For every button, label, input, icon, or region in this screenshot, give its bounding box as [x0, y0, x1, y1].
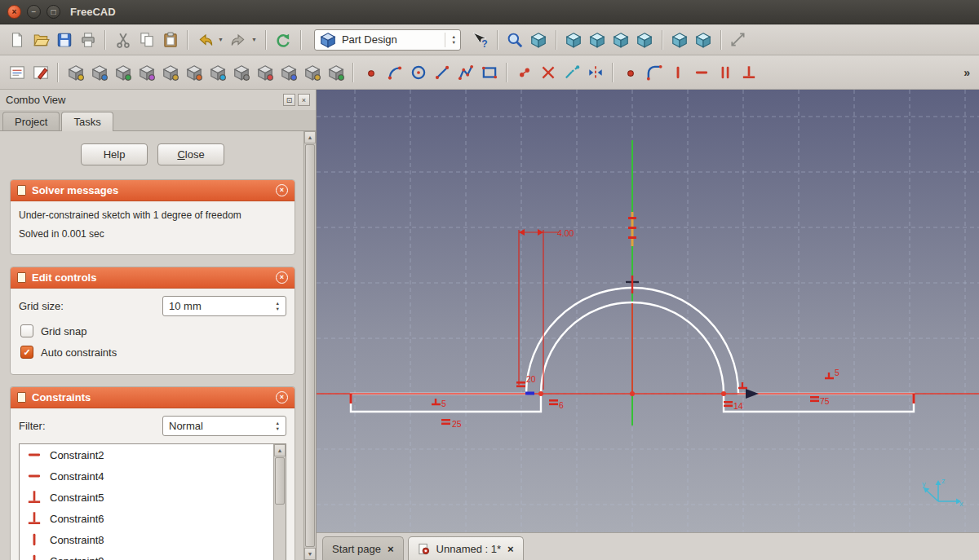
revolution-icon[interactable]	[112, 61, 134, 83]
tab-start-page[interactable]: Start page ×	[322, 536, 404, 560]
constraint-list-item[interactable]: Constraint5	[20, 487, 273, 508]
collapse-section-icon[interactable]: ×	[276, 184, 288, 196]
mirrored-icon[interactable]	[254, 61, 276, 83]
constraint-list-scrollbar[interactable]: ▲	[273, 444, 286, 560]
scroll-down-icon[interactable]: ▼	[304, 548, 316, 560]
scroll-up-icon[interactable]: ▲	[304, 131, 316, 143]
front-view-icon[interactable]	[563, 29, 585, 51]
pocket-icon[interactable]	[88, 61, 110, 83]
solver-messages-header[interactable]: Solver messages ×	[11, 180, 295, 201]
constraint-list-item[interactable]: Constraint6	[20, 508, 273, 529]
chamfer-icon[interactable]	[183, 61, 205, 83]
scrollbar-thumb[interactable]	[305, 144, 315, 547]
draft-icon[interactable]	[206, 61, 228, 83]
thickness-icon[interactable]	[230, 61, 252, 83]
create-fillet-icon[interactable]	[643, 61, 665, 83]
workbench-selector[interactable]: Part Design▲▼	[314, 29, 461, 51]
point-icon[interactable]	[619, 61, 641, 83]
print-icon[interactable]	[77, 29, 99, 51]
scrollbar-thumb[interactable]	[275, 457, 285, 505]
help-button[interactable]: Help	[81, 143, 148, 165]
create-arc-icon[interactable]	[383, 61, 405, 83]
collapse-section-icon[interactable]: ×	[276, 271, 288, 284]
constraint-label: Constraint5	[50, 492, 104, 504]
groove-icon[interactable]	[135, 61, 157, 83]
right-view-icon[interactable]	[610, 29, 632, 51]
edit-sketch-icon[interactable]	[29, 61, 51, 83]
close-panel-icon[interactable]: ×	[298, 94, 310, 106]
redo-dropdown-caret-icon[interactable]: ▼	[251, 37, 257, 42]
constraint-horizontal-icon[interactable]	[690, 61, 712, 83]
create-sketch-icon[interactable]	[6, 61, 28, 83]
scroll-up-icon[interactable]: ▲	[274, 444, 286, 456]
constraint-list-item[interactable]: Constraint8	[20, 529, 273, 550]
axonometric-view-icon[interactable]	[528, 29, 550, 51]
whats-this-icon[interactable]: ?	[469, 29, 491, 51]
create-line-icon[interactable]	[431, 61, 453, 83]
trim-edge-icon[interactable]	[537, 61, 559, 83]
left-view-icon[interactable]	[693, 29, 715, 51]
bottom-view-icon[interactable]	[669, 29, 691, 51]
fillet-feature-icon[interactable]	[159, 61, 181, 83]
copy-icon[interactable]	[135, 29, 157, 51]
create-rectangle-icon[interactable]	[478, 61, 500, 83]
cut-icon[interactable]	[112, 29, 134, 51]
3d-viewport[interactable]: 4.0020525614755zyx	[317, 90, 979, 532]
constraint-list-item[interactable]: Constraint2	[20, 444, 273, 465]
constraint-list-item[interactable]: Constraint4	[20, 465, 273, 487]
undo-dropdown-caret-icon[interactable]: ▼	[218, 37, 224, 42]
redo-icon[interactable]	[228, 29, 250, 51]
grid-size-select[interactable]: 10 mm ▲▼	[162, 296, 286, 316]
tasks-panel-scrollbar[interactable]: ▲ ▼	[303, 131, 316, 560]
tab-tasks[interactable]: Tasks	[61, 112, 113, 131]
maximize-window-button[interactable]: □	[47, 5, 60, 19]
create-polyline-icon[interactable]	[454, 61, 476, 83]
constraint-parallel-icon[interactable]	[714, 61, 736, 83]
float-panel-icon[interactable]: ⊡	[283, 94, 295, 106]
new-document-icon[interactable]	[6, 29, 28, 51]
close-tab-icon[interactable]: ×	[507, 544, 514, 554]
save-document-icon[interactable]	[53, 29, 75, 51]
toolbar-separator	[720, 30, 722, 50]
solver-message-line: Under-constrained sketch with 1 degree o…	[19, 209, 286, 221]
fit-all-icon[interactable]	[504, 29, 526, 51]
tab-unnamed-document[interactable]: Unnamed : 1* ×	[408, 536, 524, 560]
constraint-symmetric-icon[interactable]	[584, 61, 606, 83]
spinner-icon[interactable]: ▲▼	[271, 302, 280, 311]
collapse-section-icon[interactable]: ×	[276, 391, 288, 403]
close-task-button[interactable]: Close	[157, 143, 224, 165]
toolbar-partdesign-sketcher: »	[0, 55, 979, 90]
external-geometry-icon[interactable]	[560, 61, 583, 83]
close-window-button[interactable]: ×	[7, 5, 21, 19]
toolbar-overflow-button[interactable]: »	[960, 66, 973, 79]
spinner-icon[interactable]: ▲▼	[271, 421, 280, 431]
multi-transform-icon[interactable]	[325, 61, 347, 83]
linear-pattern-icon[interactable]	[277, 61, 299, 83]
open-document-icon[interactable]	[29, 29, 51, 51]
constraint-vertical-icon[interactable]	[667, 61, 689, 83]
refresh-icon[interactable]	[272, 29, 295, 51]
create-circle-icon[interactable]	[407, 61, 429, 83]
minimize-window-button[interactable]: −	[27, 5, 41, 19]
combo-view-title: Combo View	[6, 94, 65, 106]
constraint-label: Constraint2	[50, 449, 104, 461]
tab-project[interactable]: Project	[2, 112, 60, 130]
grid-snap-checkbox[interactable]	[20, 324, 33, 337]
workbench-spinner-icon[interactable]: ▲▼	[445, 33, 455, 47]
constraint-list-item[interactable]: Constraint9	[20, 550, 273, 560]
pad-icon[interactable]	[64, 61, 86, 83]
paste-icon[interactable]	[159, 29, 181, 51]
constraint-perpendicular-icon[interactable]	[738, 61, 760, 83]
constraints-header[interactable]: Constraints ×	[11, 387, 295, 408]
auto-constraints-checkbox[interactable]: ✓	[20, 346, 33, 359]
constraint-coincident-icon[interactable]	[513, 61, 535, 83]
polar-pattern-icon[interactable]	[301, 61, 323, 83]
undo-icon[interactable]	[194, 29, 216, 51]
edit-controls-header[interactable]: Edit controls ×	[11, 267, 295, 289]
create-point-icon[interactable]	[360, 61, 382, 83]
rear-view-icon[interactable]	[634, 29, 656, 51]
constraint-filter-select[interactable]: Normal ▲▼	[162, 416, 286, 436]
top-view-icon[interactable]	[587, 29, 609, 51]
measure-distance-icon[interactable]	[728, 29, 750, 51]
close-tab-icon[interactable]: ×	[388, 544, 394, 554]
